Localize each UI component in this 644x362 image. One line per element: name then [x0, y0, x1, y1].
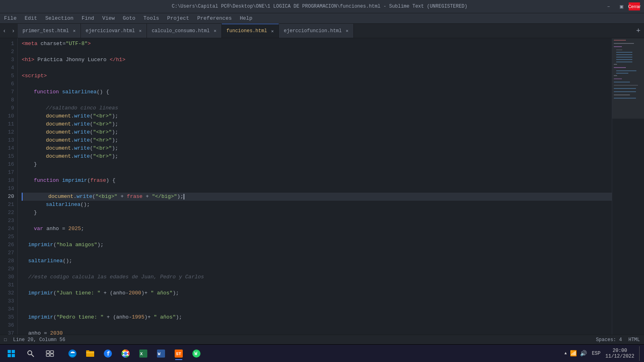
- code-line-19: [22, 185, 612, 193]
- line-numbers: 1 2 3 4 5 6 7 8 9 10 11 12 13 14 15 16 1…: [0, 38, 18, 335]
- taskbar-app-whatsapp[interactable]: W: [188, 346, 204, 361]
- search-button[interactable]: [23, 346, 39, 361]
- svg-rect-25: [8, 354, 11, 357]
- windows-icon: [7, 350, 15, 358]
- menu-view[interactable]: View: [98, 14, 119, 23]
- edge-icon: [68, 349, 77, 358]
- status-left: □ Line 20, Column 56: [4, 337, 65, 343]
- code-line-13: document.write("<hr>");: [22, 136, 612, 144]
- code-line-14: document.write("<br>");: [22, 144, 612, 152]
- code-line-30: //este codigo calcula las edades de Juan…: [22, 273, 612, 281]
- line-num-31: 31: [3, 281, 14, 289]
- line-num-17: 17: [3, 169, 14, 177]
- minimize-button[interactable]: −: [603, 2, 614, 10]
- cursor-position: Line 20, Column 56: [13, 337, 66, 343]
- tray-chevron[interactable]: ▲: [564, 351, 567, 356]
- tab-funciones[interactable]: funciones.html ✕: [222, 24, 279, 38]
- tray-wifi: 📶: [570, 350, 577, 357]
- start-button[interactable]: [3, 346, 19, 361]
- tab-close-calculo-consumo[interactable]: ✕: [214, 28, 217, 33]
- tab-add-button[interactable]: +: [633, 24, 644, 38]
- facebook-icon: f: [103, 349, 113, 358]
- tab-close-ejercciofuncion[interactable]: ✕: [346, 28, 349, 33]
- svg-text:W: W: [194, 351, 198, 357]
- code-line-32: imprimir("Juan tiene: " + (anho-2000)+ "…: [22, 289, 612, 297]
- tray-lang[interactable]: ESP: [592, 351, 601, 356]
- line-num-15: 15: [3, 152, 14, 160]
- code-line-23: [22, 217, 612, 225]
- tab-close-primer-test[interactable]: ✕: [73, 28, 76, 33]
- line-num-26: 26: [3, 241, 14, 249]
- code-line-26: imprimir("hola amigos");: [22, 241, 612, 249]
- tab-close-funciones[interactable]: ✕: [271, 29, 274, 34]
- language-indicator[interactable]: HTML: [628, 337, 640, 343]
- tab-calculo-consumo[interactable]: calculo_consumo.html ✕: [147, 24, 222, 38]
- code-line-16: }: [22, 160, 612, 169]
- tab-nav-prev[interactable]: ‹: [0, 24, 9, 38]
- tab-close-ejerciciovar[interactable]: ✕: [139, 28, 142, 33]
- line-num-21: 21: [3, 201, 14, 209]
- taskbar-app-explorer[interactable]: [82, 346, 98, 361]
- svg-rect-31: [46, 354, 50, 356]
- menu-goto[interactable]: Goto: [119, 14, 139, 23]
- status-right: Spaces: 4 HTML: [596, 337, 640, 343]
- clock[interactable]: 20:00 11/12/2022: [605, 348, 634, 359]
- menu-help[interactable]: Help: [236, 14, 256, 23]
- code-line-7: function saltarlinea() {: [22, 88, 612, 96]
- show-desktop[interactable]: [639, 346, 641, 361]
- line-num-35: 35: [3, 313, 14, 321]
- taskbar-app-word[interactable]: W: [153, 346, 169, 361]
- line-num-18: 18: [3, 177, 14, 185]
- title-bar: C:\Users\Capital PC®\Desktop\ONE\1 LOGIC…: [0, 0, 644, 13]
- code-line-11: document.write("<br>");: [22, 120, 612, 128]
- taskbar-app-edge[interactable]: [64, 346, 80, 361]
- spaces-indicator[interactable]: Spaces: 4: [596, 337, 622, 343]
- svg-text:ST: ST: [176, 352, 182, 356]
- line-num-33: 33: [3, 297, 14, 305]
- clock-date: 11/12/2022: [605, 354, 634, 359]
- explorer-icon: [85, 349, 95, 358]
- tray-icons: ▲ 📶 🔊: [564, 350, 587, 357]
- code-line-25: [22, 233, 612, 241]
- menu-selection[interactable]: Selection: [41, 14, 77, 23]
- clock-time: 20:00: [605, 348, 634, 354]
- code-line-21: saltarlinea();: [22, 201, 612, 209]
- menu-edit[interactable]: Edit: [21, 14, 41, 23]
- menu-file[interactable]: File: [0, 14, 21, 23]
- taskbar-app-sublime[interactable]: ST: [171, 346, 187, 361]
- code-editor[interactable]: <meta charset="UTF-8"> <h1> Práctica Jho…: [18, 38, 612, 335]
- menu-tools[interactable]: Tools: [139, 14, 163, 23]
- tab-ejerciciovar[interactable]: ejerciciovar.html ✕: [81, 24, 147, 38]
- code-line-12: document.write("<br>");: [22, 128, 612, 136]
- task-view-button[interactable]: [42, 346, 58, 361]
- tab-nav-next[interactable]: ›: [9, 24, 18, 38]
- close-button[interactable]: Cerrar: [629, 2, 640, 10]
- tab-label: ejerciciovar.html: [86, 28, 135, 34]
- taskbar-app-facebook[interactable]: f: [100, 346, 116, 361]
- excel-icon: X: [138, 349, 148, 358]
- code-line-1: <meta charset="UTF-8">: [22, 40, 612, 48]
- taskbar-app-chrome[interactable]: [118, 346, 134, 361]
- maximize-button[interactable]: ▣: [616, 2, 627, 10]
- taskbar-apps: f X W: [64, 346, 204, 361]
- svg-rect-29: [46, 351, 50, 353]
- menu-project[interactable]: Project: [163, 14, 193, 23]
- menu-preferences[interactable]: Preferences: [193, 14, 236, 23]
- svg-rect-30: [50, 351, 54, 353]
- status-bar: □ Line 20, Column 56 Spaces: 4 HTML: [0, 335, 644, 344]
- tab-primer-test[interactable]: primer_test.html ✕: [18, 24, 81, 38]
- code-line-24: var anho = 2025;: [22, 225, 612, 233]
- code-line-20: document.write("<big>" + frase + "</big>…: [22, 193, 612, 201]
- line-num-6: 6: [3, 80, 14, 88]
- line-num-16: 16: [3, 160, 14, 169]
- svg-rect-32: [50, 354, 54, 356]
- taskbar-app-excel[interactable]: X: [135, 346, 151, 361]
- code-line-34: [22, 305, 612, 313]
- code-line-22: }: [22, 209, 612, 217]
- code-line-36: [22, 321, 612, 329]
- menu-find[interactable]: Find: [78, 14, 98, 23]
- code-line-6: [22, 80, 612, 88]
- window-controls[interactable]: − ▣ Cerrar: [603, 2, 640, 10]
- sublime-icon: ST: [174, 349, 184, 358]
- tab-ejercciofuncion[interactable]: ejercciofuncion.html ✕: [279, 24, 354, 38]
